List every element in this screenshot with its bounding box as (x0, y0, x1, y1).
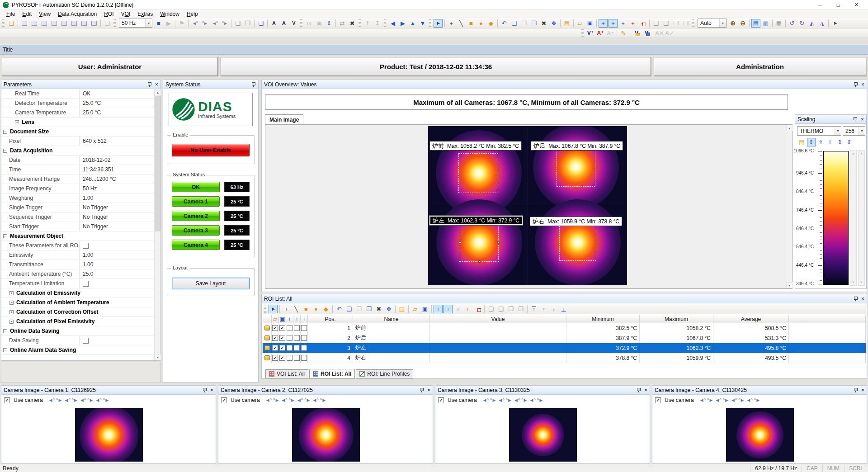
zoom-combo[interactable]: Auto▼ (698, 19, 726, 28)
close-icon[interactable]: × (210, 387, 213, 393)
roi-table-column-pos[interactable]: Pos. (308, 315, 353, 323)
edit-table-icon[interactable]: ▤ (562, 19, 571, 28)
audio-icon-7[interactable]: ◄⁰ (529, 397, 535, 403)
alarm-doc-a2-icon[interactable]: A (279, 19, 288, 28)
use-camera-checkbox[interactable]: ✓ (438, 397, 444, 403)
voi-add-icon[interactable]: V⁺ (586, 29, 595, 38)
toolbar-grip[interactable] (429, 19, 431, 27)
close-window-icon[interactable]: ✕ (847, 0, 865, 9)
audio-icon-2[interactable]: ⁰► (273, 397, 279, 403)
roi-checkbox[interactable] (301, 355, 307, 361)
roi-draw-ellipse-icon[interactable]: ● (311, 305, 321, 313)
zoom-out-icon[interactable]: ⊖ (738, 19, 747, 28)
status-button-camera-4[interactable]: Camera 4 (172, 240, 220, 250)
copy-icon[interactable]: ❏ (509, 19, 519, 28)
roi-checkbox[interactable] (287, 335, 292, 341)
audio-icon-7[interactable]: ◄⁰ (746, 397, 752, 403)
maximize-icon[interactable]: □ (829, 0, 847, 9)
roi-edit-table-icon[interactable]: ▤ (397, 305, 406, 313)
audio-icon-3[interactable]: ◄⁰ (498, 397, 504, 403)
palette-combo[interactable]: THERMO ▼ (797, 126, 841, 136)
close-icon[interactable]: × (644, 387, 647, 393)
flip-vertical-icon[interactable]: ◮ (817, 19, 826, 28)
user-enable-button[interactable]: No User-Enable (172, 144, 250, 156)
audio-icon-4[interactable]: ⁰► (506, 397, 512, 403)
audio-icon-8[interactable]: ⁰► (537, 397, 543, 403)
roi-checkbox[interactable]: ✓ (272, 345, 278, 351)
toolbar-grip[interactable] (113, 19, 116, 27)
close-icon[interactable]: × (861, 296, 864, 302)
audio-icon-3[interactable]: ◄⁰ (281, 397, 287, 403)
menu-item-view[interactable]: View (35, 10, 54, 18)
audio-icon-2[interactable]: ⁰► (707, 397, 713, 403)
use-camera-checkbox[interactable]: ✓ (655, 397, 661, 403)
expand-icon[interactable]: − (3, 130, 7, 134)
status-button-ok[interactable]: OK (172, 182, 220, 192)
nudge-left-icon[interactable]: ◀ (388, 19, 397, 28)
audio-icon-1[interactable]: ◄⁰ (265, 397, 271, 403)
alarm-add-icon[interactable]: A⁺ (596, 29, 605, 38)
undo-icon[interactable]: ↶ (500, 19, 509, 28)
menu-item-roi[interactable]: ROI (100, 10, 117, 18)
chevron-down-icon[interactable]: ∨ (859, 280, 864, 284)
audio-icon-8[interactable]: ⁰► (754, 397, 760, 403)
close-icon[interactable]: × (861, 387, 864, 393)
thermal-main-image[interactable]: 炉前Max: 1058.2 °C Min: 382.5 °C炉后Max: 106… (428, 126, 627, 285)
audio-forward-icon[interactable]: ⁰► (200, 19, 209, 28)
alarm-delete-icon[interactable]: A✕ (655, 29, 664, 38)
roi-checkbox[interactable]: ✓ (279, 335, 285, 341)
roi-crosshair-select-icon[interactable]: + (434, 305, 443, 313)
audio-icon-4[interactable]: ⁰► (723, 397, 729, 403)
roi-draw-polygon-icon[interactable]: ◆ (321, 305, 330, 313)
roi-table-row-炉后[interactable]: ✓✓2炉后387.9 °C1067.8 °C531.3 °C (263, 333, 866, 343)
param-checkbox[interactable] (83, 281, 89, 287)
roi-crosshair-add-icon[interactable]: + (453, 305, 462, 313)
save-layout-button[interactable]: Save Layout (172, 278, 250, 289)
camera-thermal-image[interactable] (292, 408, 360, 462)
parameters-scrollbar[interactable]: ▲ ▼ (154, 89, 160, 360)
roi-select-all-icon[interactable]: ❖ (384, 305, 393, 313)
stop-icon[interactable]: ■ (154, 19, 163, 28)
menu-item-voi[interactable]: VOI (118, 10, 134, 18)
roi-checkbox[interactable]: ✓ (279, 345, 285, 351)
chevron-up-icon[interactable]: ∧ (859, 152, 864, 156)
pin-icon[interactable] (147, 82, 152, 87)
rotate-right-icon[interactable]: ↻ (797, 19, 807, 28)
order-backward-icon[interactable]: ❒ (681, 19, 690, 28)
menu-item-help[interactable]: Help (183, 10, 202, 18)
voi-roi-label-炉前[interactable]: 炉前Max: 1058.2 °C Min: 382.5 °C (429, 141, 522, 151)
audio-icon-4[interactable]: ⁰► (289, 397, 295, 403)
expand-icon[interactable]: + (9, 310, 14, 314)
view-layout-4-icon[interactable]: 4 (50, 19, 59, 28)
pin-icon[interactable] (853, 387, 858, 393)
expand-icon[interactable]: − (3, 149, 7, 153)
select-all-icon[interactable]: ❖ (549, 19, 558, 28)
tab-voi-list-all[interactable]: VOI List: All (265, 369, 308, 378)
roi-checkbox[interactable]: ✓ (272, 355, 278, 361)
audio-prev-icon[interactable]: ◄⁰ (210, 19, 219, 28)
roi-table-row-炉前[interactable]: ✓✓1炉前382.5 °C1058.2 °C508.5 °C (263, 323, 866, 333)
nudge-right-icon[interactable]: ▶ (398, 19, 407, 28)
toolbar-grip[interactable] (300, 19, 302, 27)
audio-icon-5[interactable]: ◄⁰ (80, 397, 85, 403)
fit-width-icon[interactable]: ▤ (751, 19, 760, 28)
roi-rect-right[interactable] (559, 224, 596, 261)
menu-item-data-acquisition[interactable]: Data Acquisition (54, 10, 100, 18)
alarm-confirm-icon[interactable]: A✓ (665, 29, 674, 38)
roi-order-forward-icon[interactable]: ❑ (496, 305, 505, 313)
scroll-thumb[interactable] (155, 96, 160, 231)
audio-icon-2[interactable]: ⁰► (56, 397, 62, 403)
roi-checkbox[interactable] (301, 345, 307, 351)
scaling-properties-icon[interactable]: ▤ (797, 138, 806, 146)
alarm-add2-icon[interactable]: A⁺ (606, 29, 615, 38)
roi-draw-line-icon[interactable]: ╲ (292, 305, 301, 313)
roi-checkbox[interactable] (294, 355, 300, 361)
roi-draw-rect-icon[interactable]: ■ (302, 305, 311, 313)
expand-icon[interactable]: + (9, 301, 14, 305)
table-sync-icon[interactable]: ⇄ (338, 19, 347, 28)
expand-icon[interactable]: + (15, 120, 19, 124)
roi-checkbox[interactable] (301, 325, 307, 331)
scroll-down-icon[interactable]: ▼ (155, 354, 161, 360)
table-clear-icon[interactable]: ✖ (348, 19, 357, 28)
roi-order-back-icon[interactable]: ❒ (506, 305, 515, 313)
